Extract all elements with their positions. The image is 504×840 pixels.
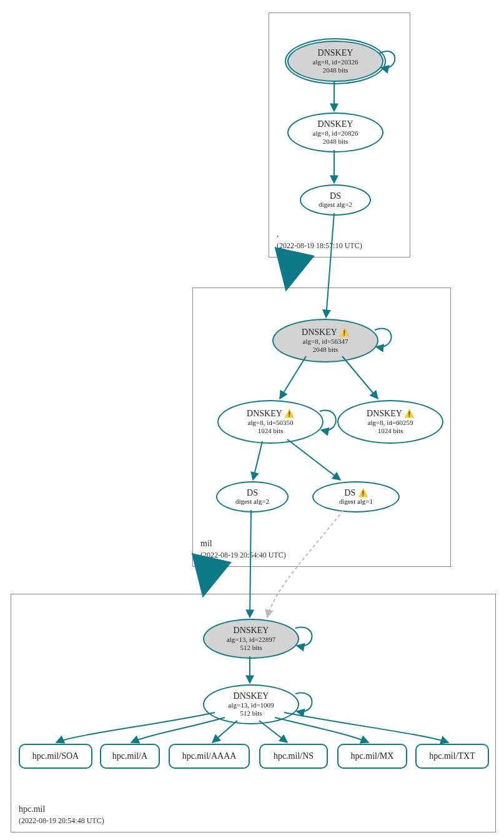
node-digest: digest alg=2 <box>235 498 269 506</box>
mil-dnskey-50350: DNSKEY ⚠️ alg=8, id=50350 1024 bits <box>217 400 324 444</box>
hpc-dnskey-22897: DNSKEY alg=13, id=22897 512 bits <box>203 619 299 659</box>
root-dnskey-20826: DNSKEY alg=8, id=20826 2048 bits <box>287 112 383 152</box>
zone-mil-label: mil <box>200 539 212 549</box>
node-bits: 2048 bits <box>323 138 348 146</box>
zone-root-label: . <box>277 229 279 239</box>
node-bits: 2048 bits <box>313 346 338 354</box>
node-title: DNSKEY <box>234 626 269 635</box>
node-title: DNSKEY <box>318 48 353 58</box>
node-bits: 2048 bits <box>323 66 348 74</box>
node-digest: digest alg=1 <box>339 498 373 506</box>
node-alg: alg=8, id=50350 <box>248 419 294 427</box>
record-label: hpc.mil/AAAA <box>182 751 237 761</box>
mil-dnskey-56347: DNSKEY ⚠️ alg=8, id=56347 2048 bits <box>272 319 378 362</box>
node-alg: alg=8, id=60259 <box>368 419 413 427</box>
warning-icon: ⚠️ <box>284 409 294 418</box>
node-alg: alg=13, id=1009 <box>229 701 274 709</box>
record-aaaa: hpc.mil/AAAA <box>169 744 250 769</box>
record-a: hpc.mil/A <box>100 744 160 769</box>
record-label: hpc.mil/TXT <box>429 751 475 761</box>
record-soa: hpc.mil/SOA <box>19 744 92 769</box>
zone-mil-timestamp: (2022-08-19 20:54:40 UTC) <box>200 551 286 560</box>
record-label: hpc.mil/MX <box>351 751 394 761</box>
node-bits: 1024 bits <box>378 427 403 435</box>
node-title: DNSKEY <box>234 691 269 701</box>
mil-ds-1: DS digest alg=2 <box>216 481 289 512</box>
node-title: DNSKEY <box>318 119 353 129</box>
node-title: DS <box>247 488 258 498</box>
record-txt: hpc.mil/TXT <box>415 744 489 769</box>
mil-dnskey-60259: DNSKEY ⚠️ alg=8, id=60259 1024 bits <box>337 400 443 444</box>
node-title: DNSKEY ⚠️ <box>302 328 349 337</box>
mil-ds-2: DS ⚠️ digest alg=1 <box>312 481 400 512</box>
warning-icon: ⚠️ <box>358 488 368 498</box>
node-title: DNSKEY ⚠️ <box>247 409 294 418</box>
node-bits: 512 bits <box>240 709 262 718</box>
record-label: hpc.mil/SOA <box>32 751 79 761</box>
node-alg: alg=8, id=20826 <box>313 129 358 138</box>
warning-icon: ⚠️ <box>339 328 349 337</box>
node-alg: alg=8, id=56347 <box>303 338 348 346</box>
root-dnskey-20326: DNSKEY alg=8, id=20326 2048 bits <box>287 41 383 82</box>
node-bits: 1024 bits <box>258 427 284 435</box>
root-ds: DS digest alg=2 <box>300 184 371 216</box>
hpc-dnskey-1009: DNSKEY alg=13, id=1009 512 bits <box>203 684 299 724</box>
warning-icon: ⚠️ <box>404 409 414 418</box>
record-label: hpc.mil/NS <box>274 751 314 761</box>
node-alg: alg=13, id=22897 <box>227 636 275 644</box>
node-bits: 512 bits <box>240 644 262 652</box>
node-digest: digest alg=2 <box>319 201 352 209</box>
record-label: hpc.mil/A <box>112 751 147 761</box>
node-title: DNSKEY ⚠️ <box>367 409 414 418</box>
zone-root-timestamp: (2022-08-19 18:57:10 UTC) <box>277 241 362 251</box>
zone-hpc-label: hpc.mil <box>19 804 45 814</box>
node-alg: alg=8, id=20326 <box>313 58 358 66</box>
node-title: DS ⚠️ <box>344 488 367 498</box>
node-title: DS <box>330 191 341 201</box>
zone-hpc-timestamp: (2022-08-19 20:54:48 UTC) <box>19 816 104 826</box>
record-ns: hpc.mil/NS <box>259 744 328 769</box>
record-mx: hpc.mil/MX <box>337 744 407 769</box>
